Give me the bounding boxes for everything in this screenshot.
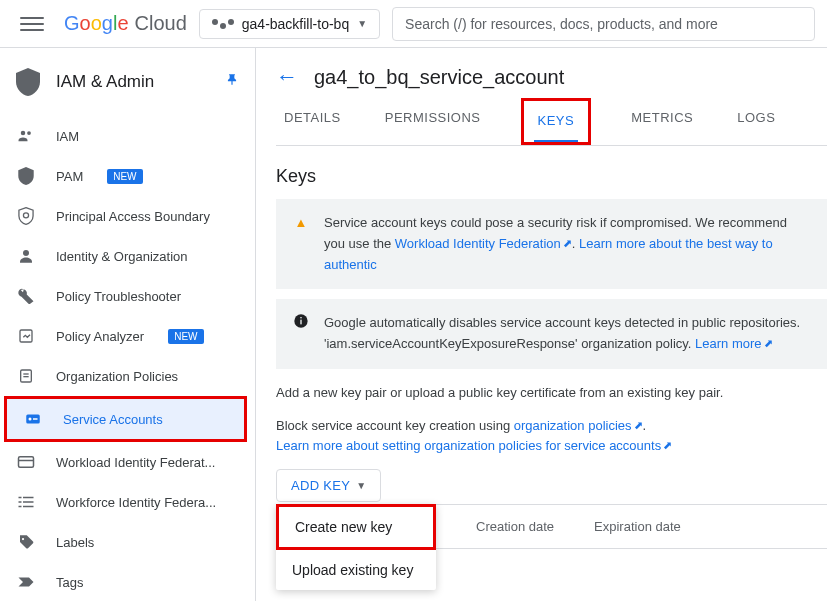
- new-badge: NEW: [168, 329, 203, 344]
- sidebar-item-principal-access-boundary[interactable]: Principal Access Boundary: [0, 196, 255, 236]
- svg-point-2: [23, 213, 28, 218]
- sidebar-item-tags[interactable]: Tags: [0, 562, 255, 601]
- svg-point-0: [21, 131, 26, 136]
- add-key-description: Add a new key pair or upload a public ke…: [276, 383, 827, 403]
- sidebar-item-pam[interactable]: PAMNEW: [0, 156, 255, 196]
- sidebar-item-iam[interactable]: IAM: [0, 116, 255, 156]
- info-notice: Google automatically disables service ac…: [276, 299, 827, 369]
- svg-rect-11: [19, 457, 34, 468]
- arrow-icon: [16, 572, 36, 592]
- doc-icon: [16, 366, 36, 386]
- col-creation-date: Creation date: [476, 519, 554, 534]
- sidebar-item-label: Workload Identity Federat...: [56, 455, 215, 470]
- pin-icon[interactable]: [225, 72, 239, 92]
- sidebar-item-label: Organization Policies: [56, 369, 178, 384]
- sidebar-item-label: Identity & Organization: [56, 249, 188, 264]
- sidebar-title: IAM & Admin: [56, 72, 154, 92]
- sidebar-item-policy-analyzer[interactable]: Policy AnalyzerNEW: [0, 316, 255, 356]
- new-badge: NEW: [107, 169, 142, 184]
- key-icon: [23, 409, 43, 429]
- sidebar-item-workforce-identity-federa-[interactable]: Workforce Identity Federa...: [0, 482, 255, 522]
- svg-rect-17: [19, 506, 22, 508]
- add-key-button[interactable]: ADD KEY ▼: [276, 469, 381, 502]
- menu-button[interactable]: [12, 4, 52, 44]
- svg-point-3: [23, 250, 29, 256]
- svg-rect-21: [300, 320, 301, 325]
- analyzer-icon: [16, 326, 36, 346]
- tag-icon: [16, 532, 36, 552]
- add-key-dropdown: Create new key Upload existing key: [276, 504, 436, 590]
- sidebar-item-service-accounts[interactable]: Service Accounts: [7, 399, 244, 439]
- sidebar-item-workload-identity-federat-[interactable]: Workload Identity Federat...: [0, 442, 255, 482]
- svg-point-19: [22, 538, 24, 540]
- sidebar-item-organization-policies[interactable]: Organization Policies: [0, 356, 255, 396]
- search-input[interactable]: Search (/) for resources, docs, products…: [392, 7, 815, 41]
- sidebar-item-labels[interactable]: Labels: [0, 522, 255, 562]
- sidebar-item-label: IAM: [56, 129, 79, 144]
- svg-rect-18: [23, 506, 34, 508]
- info-icon: [292, 313, 310, 355]
- svg-point-1: [27, 131, 31, 135]
- sidebar-item-label: Policy Troubleshooter: [56, 289, 181, 304]
- tab-keys[interactable]: KEYS: [534, 101, 579, 142]
- sidebar-item-label: PAM: [56, 169, 83, 184]
- shield-icon: [16, 166, 36, 186]
- svg-point-9: [29, 418, 32, 421]
- col-expiration-date: Expiration date: [594, 519, 681, 534]
- page-title: ga4_to_bq_service_account: [314, 66, 564, 89]
- card-icon: [16, 452, 36, 472]
- sidebar-item-policy-troubleshooter[interactable]: Policy Troubleshooter: [0, 276, 255, 316]
- create-new-key-item[interactable]: Create new key: [279, 507, 433, 547]
- warning-icon: ▲: [292, 213, 310, 275]
- svg-rect-16: [23, 501, 34, 503]
- sidebar: IAM & Admin IAMPAMNEWPrincipal Access Bo…: [0, 48, 256, 601]
- sidebar-item-label: Principal Access Boundary: [56, 209, 210, 224]
- back-button[interactable]: ←: [276, 64, 298, 90]
- logo-suffix: Cloud: [135, 12, 187, 35]
- boundary-icon: [16, 206, 36, 226]
- sidebar-item-label: Tags: [56, 575, 83, 590]
- tab-permissions[interactable]: PERMISSIONS: [381, 98, 485, 145]
- sidebar-item-label: Policy Analyzer: [56, 329, 144, 344]
- svg-rect-14: [23, 497, 34, 499]
- svg-rect-13: [19, 497, 22, 499]
- sidebar-item-label: Workforce Identity Federa...: [56, 495, 216, 510]
- people-icon: [16, 126, 36, 146]
- sidebar-item-identity-organization[interactable]: Identity & Organization: [0, 236, 255, 276]
- warning-notice: ▲ Service account keys could pose a secu…: [276, 199, 827, 289]
- chevron-down-icon: ▼: [356, 480, 366, 491]
- wrench-icon: [16, 286, 36, 306]
- logo[interactable]: Google Cloud: [64, 12, 187, 35]
- learn-more-org-policies-link[interactable]: Learn more about setting organization po…: [276, 438, 672, 453]
- section-title: Keys: [276, 166, 827, 187]
- org-policies-link[interactable]: organization policies⬈: [514, 418, 643, 433]
- project-icon: [212, 19, 234, 29]
- svg-rect-15: [19, 501, 22, 503]
- chevron-down-icon: ▼: [357, 18, 367, 29]
- sidebar-item-label: Labels: [56, 535, 94, 550]
- upload-existing-key-item[interactable]: Upload existing key: [276, 550, 436, 590]
- tab-metrics[interactable]: METRICS: [627, 98, 697, 145]
- sidebar-item-label: Service Accounts: [63, 412, 163, 427]
- svg-rect-22: [300, 317, 301, 318]
- person-icon: [16, 246, 36, 266]
- tab-details[interactable]: DETAILS: [280, 98, 345, 145]
- workload-identity-link[interactable]: Workload Identity Federation⬈: [395, 236, 572, 251]
- iam-shield-icon: [16, 68, 40, 96]
- tab-logs[interactable]: LOGS: [733, 98, 779, 145]
- project-selector[interactable]: ga4-backfill-to-bq ▼: [199, 9, 380, 39]
- learn-more-policy-link[interactable]: Learn more⬈: [695, 336, 772, 351]
- project-name: ga4-backfill-to-bq: [242, 16, 349, 32]
- list-icon: [16, 492, 36, 512]
